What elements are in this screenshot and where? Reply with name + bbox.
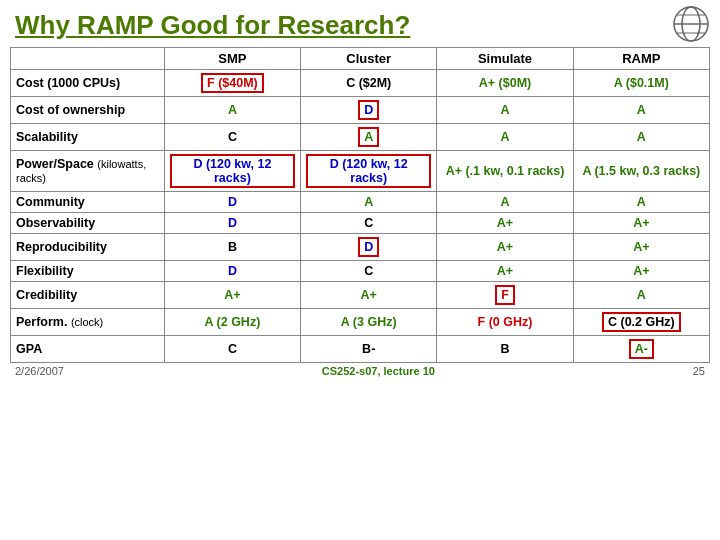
cell-cluster: D (120 kw, 12 racks) <box>301 151 437 192</box>
table-row: Perform. (clock)A (2 GHz)A (3 GHz)F (0 G… <box>11 309 710 336</box>
cell-ramp: A <box>573 282 709 309</box>
row-label: Observability <box>11 213 165 234</box>
table-row: Cost of ownershipADAA <box>11 97 710 124</box>
cell-simulate: A+ <box>437 213 573 234</box>
cell-smp: C <box>164 336 300 363</box>
footer-course: CS252-s07, lecture 10 <box>322 365 435 377</box>
table-row: GPACB-BA- <box>11 336 710 363</box>
cell-cluster: D <box>301 234 437 261</box>
cell-smp: B <box>164 234 300 261</box>
cell-cluster: A <box>301 124 437 151</box>
cell-ramp: C (0.2 GHz) <box>573 309 709 336</box>
cell-ramp: A+ <box>573 234 709 261</box>
comparison-table: SMP Cluster Simulate RAMP Cost (1000 CPU… <box>10 47 710 363</box>
footer-page: 25 <box>693 365 705 377</box>
col-header-ramp: RAMP <box>573 48 709 70</box>
row-label: Community <box>11 192 165 213</box>
cell-smp: A+ <box>164 282 300 309</box>
page-title: Why RAMP Good for Research? <box>15 10 710 41</box>
row-label: Cost of ownership <box>11 97 165 124</box>
cell-simulate: A+ ($0M) <box>437 70 573 97</box>
col-header-empty <box>11 48 165 70</box>
cell-ramp: A (1.5 kw, 0.3 racks) <box>573 151 709 192</box>
cell-ramp: A ($0.1M) <box>573 70 709 97</box>
cell-smp: F ($40M) <box>164 70 300 97</box>
row-label: Perform. (clock) <box>11 309 165 336</box>
table-row: ScalabilityCAAA <box>11 124 710 151</box>
cell-cluster: A+ <box>301 282 437 309</box>
cell-simulate: A+ <box>437 261 573 282</box>
cell-cluster: C <box>301 213 437 234</box>
cell-ramp: A <box>573 192 709 213</box>
row-label: Power/Space (kilowatts, racks) <box>11 151 165 192</box>
cell-smp: A (2 GHz) <box>164 309 300 336</box>
cell-ramp: A- <box>573 336 709 363</box>
cell-smp: D <box>164 261 300 282</box>
cell-simulate: F <box>437 282 573 309</box>
row-label: Cost (1000 CPUs) <box>11 70 165 97</box>
cell-smp: C <box>164 124 300 151</box>
cell-smp: D <box>164 213 300 234</box>
cell-ramp: A+ <box>573 213 709 234</box>
row-label: Scalability <box>11 124 165 151</box>
cell-simulate: A <box>437 97 573 124</box>
cell-simulate: B <box>437 336 573 363</box>
cell-cluster: D <box>301 97 437 124</box>
footer: 2/26/2007 CS252-s07, lecture 10 25 <box>10 365 710 377</box>
col-header-cluster: Cluster <box>301 48 437 70</box>
cell-simulate: A+ <box>437 234 573 261</box>
table-row: FlexibilityDCA+A+ <box>11 261 710 282</box>
row-label: Flexibility <box>11 261 165 282</box>
table-row: ReproducibilityBDA+A+ <box>11 234 710 261</box>
cell-simulate: A <box>437 124 573 151</box>
cell-cluster: A (3 GHz) <box>301 309 437 336</box>
table-row: CredibilityA+A+FA <box>11 282 710 309</box>
table-row: ObservabilityDCA+A+ <box>11 213 710 234</box>
cell-smp: D (120 kw, 12 racks) <box>164 151 300 192</box>
cell-cluster: C ($2M) <box>301 70 437 97</box>
cell-simulate: A+ (.1 kw, 0.1 racks) <box>437 151 573 192</box>
cell-simulate: F (0 GHz) <box>437 309 573 336</box>
table-row: Power/Space (kilowatts, racks)D (120 kw,… <box>11 151 710 192</box>
cell-cluster: B- <box>301 336 437 363</box>
table-row: CommunityDAAA <box>11 192 710 213</box>
table-row: Cost (1000 CPUs)F ($40M)C ($2M)A+ ($0M)A… <box>11 70 710 97</box>
cell-cluster: C <box>301 261 437 282</box>
cell-cluster: A <box>301 192 437 213</box>
page: Why RAMP Good for Research? SMP Cluster … <box>0 0 720 540</box>
cell-smp: A <box>164 97 300 124</box>
cell-smp: D <box>164 192 300 213</box>
logo <box>672 5 710 43</box>
footer-date: 2/26/2007 <box>15 365 64 377</box>
row-label: Credibility <box>11 282 165 309</box>
col-header-smp: SMP <box>164 48 300 70</box>
cell-ramp: A <box>573 124 709 151</box>
cell-ramp: A <box>573 97 709 124</box>
row-label: GPA <box>11 336 165 363</box>
col-header-simulate: Simulate <box>437 48 573 70</box>
row-label: Reproducibility <box>11 234 165 261</box>
cell-ramp: A+ <box>573 261 709 282</box>
cell-simulate: A <box>437 192 573 213</box>
